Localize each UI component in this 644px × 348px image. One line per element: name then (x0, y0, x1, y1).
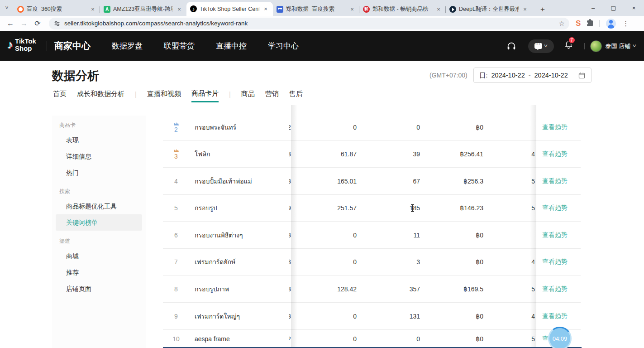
value-c2: 39 (376, 141, 420, 167)
sidebar-item-trending[interactable]: 热门 (52, 164, 146, 181)
sidebar-item-keyword-rank[interactable]: 关键词榜单 (56, 214, 142, 231)
notifications-button[interactable]: 7 (564, 40, 573, 52)
browser-tab-tiktok-seller-active[interactable]: ♪ TikTok Shop Seller Cente × (186, 2, 273, 16)
amz123-icon: A (104, 6, 110, 13)
value-c1: 251.57 (312, 195, 357, 221)
browser-tab-zhenghe-rank[interactable]: 和 郑和数据 - 畅销商品榜 × (359, 3, 446, 16)
view-trend-link[interactable]: 查看趋势 (542, 258, 568, 266)
floating-timer-widget[interactable]: 04:09 (548, 327, 572, 348)
date-range-picker[interactable]: 日: 2024-10-22 - 2024-10-22 (473, 68, 592, 83)
tab-product-card[interactable]: 商品卡片 (191, 89, 219, 102)
nav-item-affiliate[interactable]: 联盟带货 (164, 41, 195, 51)
tab-home[interactable]: 首页 (53, 90, 67, 102)
value-c1: 0 (312, 114, 357, 140)
deepl-icon (449, 6, 456, 13)
keyword-rank-table: 2 กรอบพระจันทร์ 2 0 0 ฿0 查看趋势 3 โฟลิก 3 … (163, 105, 581, 348)
view-trend-link[interactable]: 查看趋势 (542, 177, 568, 185)
table-row: 6 กรอบงานพิธีต่างๆ 3 0 11 ฿0 查看趋势 (163, 222, 581, 249)
tab-close-icon[interactable]: × (521, 6, 529, 13)
sidebar-item-mall[interactable]: 商城 (52, 248, 146, 264)
tab-marketing[interactable]: 营销 (265, 90, 279, 102)
view-trend-link[interactable]: 查看趋势 (542, 204, 568, 212)
nav-item-live-center[interactable]: 直播中控 (216, 41, 247, 51)
site-info-icon[interactable] (53, 20, 61, 27)
tab-search-chevron-icon[interactable]: ˅ (0, 0, 14, 16)
tiktok-icon: ♪ (190, 5, 197, 12)
tab-close-icon[interactable]: × (262, 5, 269, 12)
logo-line1: TikTok (15, 38, 36, 45)
tab-after-sales[interactable]: 售后 (289, 90, 303, 102)
sidebar-item-shop-page[interactable]: 店铺页面 (52, 280, 146, 297)
browser-profile-icon[interactable] (606, 19, 616, 29)
value-c1: 61.87 (312, 141, 357, 167)
forward-button[interactable]: → (17, 19, 31, 28)
nav-item-seller-center[interactable]: 商家中心 (54, 40, 91, 52)
value-c2: 0 (376, 114, 420, 140)
close-window-button[interactable]: × (624, 0, 644, 16)
view-trend-link[interactable]: 查看趋势 (542, 285, 568, 293)
sidebar-item-title-optimizer[interactable]: 商品标题优化工具 (52, 198, 146, 214)
view-trend-link[interactable]: 查看趋势 (542, 150, 568, 158)
sidebar-item-recommend[interactable]: 推荐 (52, 264, 146, 280)
tab-products[interactable]: 商品 (241, 90, 255, 102)
clipped-value: 3 (289, 303, 293, 329)
browser-menu-icon[interactable]: ⋮ (622, 19, 629, 28)
date-separator: - (529, 72, 531, 79)
browser-tab-zhenghe-baidu[interactable]: 郑和数据_百度搜索 × (273, 3, 359, 16)
tiktok-shop-logo[interactable]: ♪ TikTok Shop (7, 38, 36, 52)
maximize-button[interactable]: ▢ (603, 0, 624, 16)
value-gmv: ฿0 (439, 114, 483, 140)
notification-badge: 7 (568, 36, 576, 44)
sidebar-item-details[interactable]: 详细信息 (52, 148, 146, 164)
value-gmv: ฿0 (439, 330, 483, 348)
timezone-label: (GMT+07:00) (429, 72, 467, 79)
clipped-value-right: 5 (502, 195, 535, 221)
address-bar[interactable]: seller.tiktokglobalshop.com/compass/sear… (49, 18, 569, 29)
clipped-value-right: 5 (502, 168, 535, 194)
tab-live-video[interactable]: 直播和视频 (147, 90, 181, 102)
value-c2: 3 (376, 249, 420, 275)
browser-tab-deepl[interactable]: DeepL翻译：全世界最准 × (446, 3, 532, 16)
minimize-button[interactable]: – (583, 0, 603, 16)
rank-number: 9 (166, 303, 186, 329)
view-trend-link[interactable]: 查看趋势 (542, 312, 568, 320)
sidebar-section-search: 搜索 (52, 184, 146, 198)
view-trend-link[interactable]: 查看趋势 (542, 231, 568, 239)
window-controls: – ▢ × (583, 0, 644, 16)
tab-close-icon[interactable]: × (89, 6, 96, 13)
store-name[interactable]: 泰国 店铺 (606, 42, 631, 50)
rank-badge: 3 (166, 141, 186, 167)
reload-button[interactable]: ⟳ (31, 19, 44, 28)
tab-growth-analytics[interactable]: 成长和数据分析 (77, 90, 124, 102)
back-button[interactable]: ← (4, 19, 17, 28)
value-c2: 185 (376, 195, 420, 221)
extensions-puzzle-icon[interactable] (587, 20, 593, 26)
browser-tab-baidu360[interactable]: 百度_360搜索 × (14, 3, 100, 16)
extension-s-icon[interactable]: S (576, 19, 581, 28)
chat-messages-button[interactable]: ˅ (528, 39, 554, 53)
browser-tab-amz123[interactable]: A AMZ123亚马逊导航-跨境 × (100, 3, 186, 16)
tab-close-icon[interactable]: × (348, 6, 356, 13)
view-trend-link[interactable]: 查看趋势 (542, 123, 568, 131)
support-headset-icon[interactable] (506, 41, 516, 51)
nav-item-learning-center[interactable]: 学习中心 (268, 41, 299, 51)
app-top-nav: ♪ TikTok Shop 商家中心 数据罗盘 联盟带货 直播中控 学习中心 ˅… (0, 31, 644, 61)
store-chevron-down-icon[interactable]: ˅ (633, 44, 636, 48)
value-gmv: ฿0 (439, 222, 483, 248)
sidebar-item-performance[interactable]: 表现 (52, 132, 146, 148)
new-tab-button[interactable]: + (536, 3, 549, 16)
rank-number: 10 (166, 330, 186, 348)
seller-avatar[interactable] (590, 40, 602, 52)
clipped-value: 3 (289, 141, 293, 167)
nav-item-data-compass[interactable]: 数据罗盘 (112, 41, 143, 51)
clipped-value-right: 4 (502, 141, 535, 167)
sidebar-section-channel: 渠道 (52, 234, 146, 248)
bookmark-star-icon[interactable]: ☆ (559, 19, 565, 28)
clipped-value: 3 (289, 249, 293, 275)
tab-close-icon[interactable]: × (176, 6, 183, 13)
url-text[interactable]: seller.tiktokglobalshop.com/compass/sear… (64, 20, 559, 27)
clipped-value-right: 5 (502, 330, 535, 348)
tab-close-icon[interactable]: × (435, 6, 442, 13)
chat-bubble-icon (534, 43, 542, 49)
table-row: 9 เฟรมการ์ดใหญ่ๆ 3 0 131 ฿0 4 查看趋势 (163, 303, 581, 330)
